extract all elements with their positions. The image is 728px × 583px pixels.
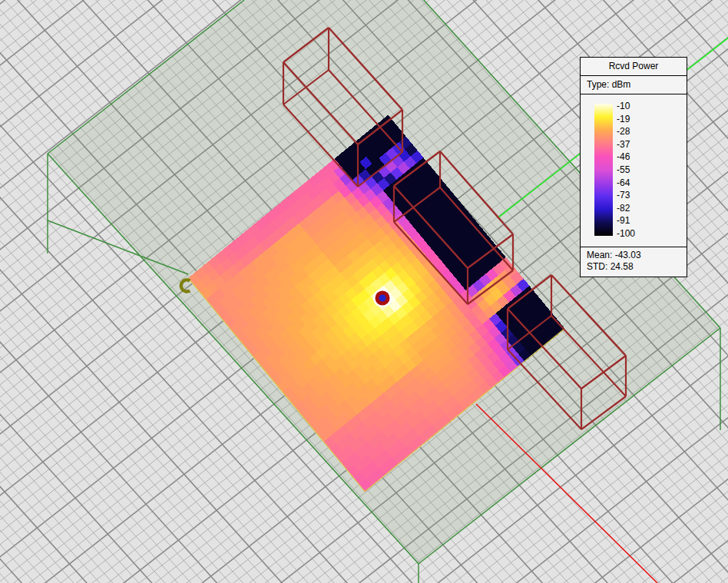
colorbar-tick-label: -37 xyxy=(617,139,635,150)
legend-panel: Rcvd Power Type: dBm -10-19-28-37-46-55-… xyxy=(580,57,687,277)
colorbar-tick-label: -28 xyxy=(617,126,635,137)
mean-value: Mean: -43.03 xyxy=(587,250,687,261)
colorbar xyxy=(594,104,613,236)
transmitter-center xyxy=(379,294,386,301)
colorbar-tick-label: -46 xyxy=(617,151,635,162)
legend-stats: Mean: -43.03 STD: 24.58 xyxy=(581,247,687,273)
colorbar-tick-label: -19 xyxy=(617,114,635,124)
colorbar-tick-label: -100 xyxy=(617,228,635,239)
std-value: STD: 24.58 xyxy=(587,261,687,273)
colorbar-tick-label: -91 xyxy=(617,215,635,226)
colorbar-tick-label: -10 xyxy=(617,101,635,111)
colorbar-tick-label: -82 xyxy=(617,203,635,214)
colorbar-tick-label: -73 xyxy=(617,190,635,200)
simulation-viewport: Rcvd Power Type: dBm -10-19-28-37-46-55-… xyxy=(0,0,728,583)
legend-type-label: Type: dBm xyxy=(581,76,687,94)
colorbar-tick-label: -55 xyxy=(617,164,635,175)
colorbar-section: -10-19-28-37-46-55-64-73-82-91-100 xyxy=(581,94,687,247)
colorbar-ticks: -10-19-28-37-46-55-64-73-82-91-100 xyxy=(617,101,635,239)
legend-title: Rcvd Power xyxy=(581,58,687,76)
colorbar-tick-label: -64 xyxy=(617,177,635,188)
